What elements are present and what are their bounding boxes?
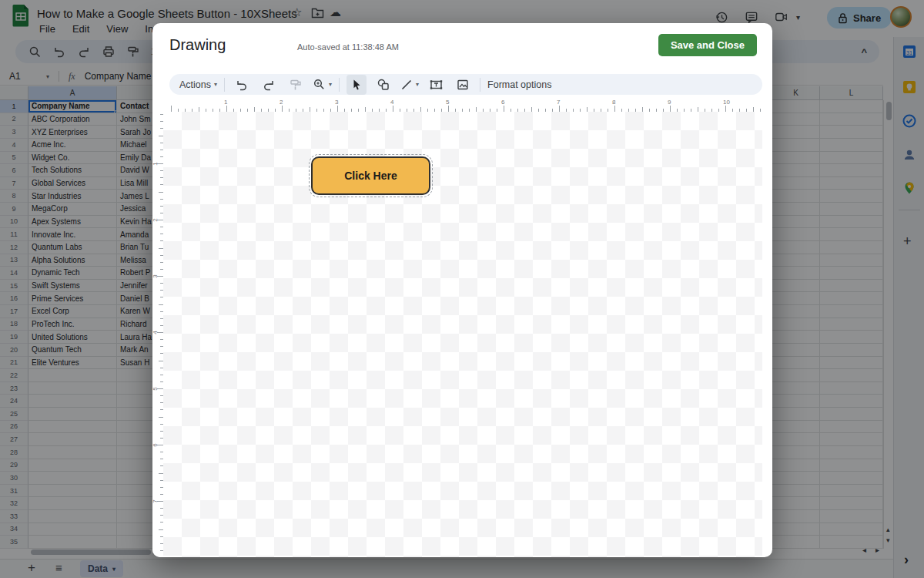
paint-format-icon[interactable] [286,75,306,95]
format-options-button[interactable]: Format options [487,79,551,90]
ruler-number: 5 [446,99,449,106]
undo-icon[interactable] [232,75,252,95]
ruler-tick [337,106,338,112]
save-and-close-button[interactable]: Save and Close [658,34,757,56]
ruler-tick [226,106,227,112]
shape-tool-icon[interactable] [373,75,393,95]
ruler-number: 6 [501,99,504,106]
ruler-number: 3 [152,274,159,277]
ruler-tick [171,106,172,112]
ruler-tick [504,106,504,112]
ruler-number: 7 [152,499,159,502]
zoom-tool[interactable]: ▾ [313,78,332,91]
actions-dropdown-icon: ▾ [214,81,217,88]
ruler-tick [393,106,393,112]
ruler-tick [282,106,283,112]
ruler-tick [725,106,726,112]
drawing-dialog: Drawing Auto-saved at 11:38:48 AM Save a… [152,23,772,557]
drawing-toolbar: Actions ▾ ▾ [169,74,762,95]
select-tool-icon[interactable] [346,75,367,95]
format-options-label: Format options [487,79,551,90]
ruler-number: 3 [335,99,338,106]
ruler-tick [670,106,671,112]
ruler-number: 4 [390,99,393,106]
ruler-tick [614,106,615,112]
ruler-number: 7 [557,99,560,106]
ruler-number: 8 [612,99,615,106]
ruler-number: 10 [723,99,730,106]
divider [339,78,340,92]
ruler-number: 2 [280,99,283,106]
dialog-title: Drawing [169,36,226,54]
actions-label: Actions [179,79,211,90]
ruler-number: 1 [152,162,159,165]
ruler-tick [448,106,449,112]
ruler-number: 4 [152,331,159,334]
ruler-number: 2 [152,218,159,221]
drawn-button-shape[interactable]: Click Here [311,156,430,195]
zoom-dropdown-icon: ▾ [329,81,332,88]
insert-image-icon[interactable] [453,75,473,95]
line-dropdown-icon: ▾ [416,81,419,88]
redo-icon[interactable] [259,75,279,95]
app-root: How to Make a Google Sheets Button - 10X… [0,0,924,578]
drawing-canvas[interactable]: Click Here [163,112,762,557]
ruler-number: 9 [668,99,671,106]
ruler-number: 1 [224,99,227,106]
divider [480,78,480,92]
autosave-status: Auto-saved at 11:38:48 AM [297,42,399,52]
ruler-tick [559,106,560,112]
drawn-button-label: Click Here [344,170,397,182]
vertical-ruler: 1234567 [152,112,163,557]
actions-menu[interactable]: Actions ▾ [179,79,217,90]
line-tool[interactable]: ▾ [400,79,419,91]
divider [224,78,225,92]
horizontal-ruler: 12345678910 [163,99,762,112]
text-box-tool-icon[interactable] [426,75,446,95]
ruler-number: 5 [152,387,159,390]
ruler-number: 6 [152,443,159,446]
